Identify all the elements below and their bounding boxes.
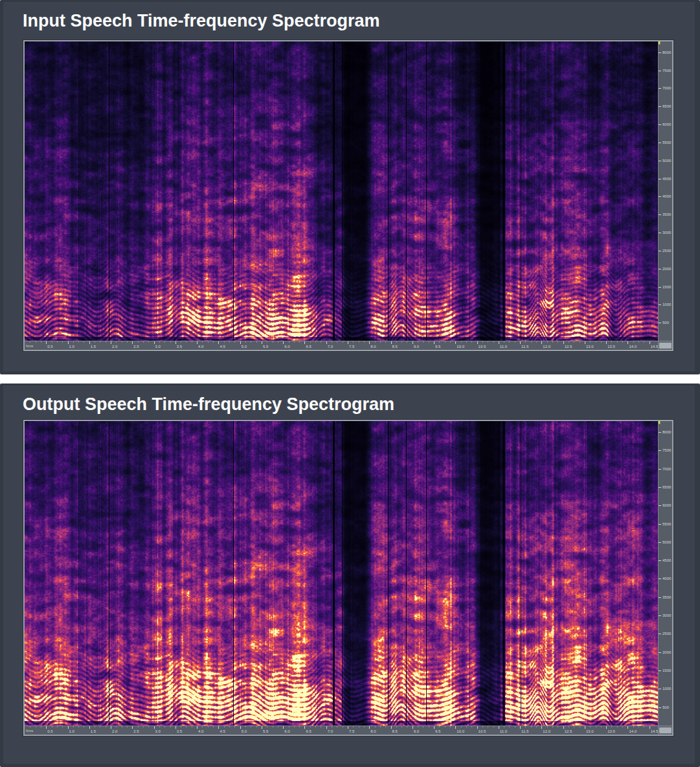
playhead-marker-icon[interactable] <box>658 41 660 45</box>
time-minor-tick <box>100 341 100 343</box>
time-minor-tick <box>106 341 106 343</box>
time-minor-tick <box>143 726 144 727</box>
time-minor-tick <box>52 341 52 343</box>
time-minor-tick <box>471 726 472 727</box>
freq-tick-label: 4500 <box>662 177 671 181</box>
time-tick-label: 10.0 <box>457 345 464 349</box>
time-tick-label: 5.0 <box>242 729 247 733</box>
time-tick-label: 8.0 <box>370 729 376 733</box>
freq-tick <box>659 52 661 53</box>
freq-tick <box>659 88 661 89</box>
time-minor-tick <box>127 341 128 343</box>
time-minor-tick <box>552 726 553 727</box>
time-minor-tick <box>509 726 510 727</box>
time-minor-tick <box>310 726 311 727</box>
time-minor-tick <box>445 341 446 343</box>
time-minor-tick <box>267 726 267 727</box>
time-tick-label: 13.5 <box>607 729 615 733</box>
time-tick-label: 13.5 <box>607 345 615 349</box>
time-minor-tick <box>644 726 644 727</box>
time-minor-tick <box>493 341 494 343</box>
freq-tick-label: 4000 <box>662 577 671 580</box>
time-minor-tick <box>30 341 30 343</box>
time-minor-tick <box>596 341 596 343</box>
time-minor-tick <box>143 341 144 343</box>
time-tick-label: 1.5 <box>91 345 96 349</box>
time-minor-tick <box>418 341 418 343</box>
time-minor-tick <box>159 341 160 343</box>
time-minor-tick <box>170 341 171 343</box>
time-minor-tick <box>488 341 488 343</box>
time-minor-tick <box>385 726 386 727</box>
time-minor-tick <box>525 341 526 343</box>
output-frequency-ruler[interactable]: 8000750070006500600055005000450040003500… <box>658 421 672 726</box>
time-minor-tick <box>439 341 440 343</box>
time-tick-label: 12.0 <box>543 729 550 733</box>
freq-tick <box>659 323 661 323</box>
time-tick <box>175 341 176 344</box>
time-minor-tick <box>375 726 376 727</box>
freq-tick <box>659 615 661 616</box>
input-spectrogram-canvas[interactable] <box>25 41 658 341</box>
scrollbar-thumb[interactable] <box>659 727 672 733</box>
time-minor-tick <box>229 726 230 727</box>
freq-tick-label: 7000 <box>662 86 671 90</box>
time-minor-tick <box>213 726 214 727</box>
time-tick-label: 2.5 <box>133 345 139 349</box>
time-tick-label: 14.0 <box>629 729 637 733</box>
output-scrollbar-corner <box>658 726 672 735</box>
time-minor-tick <box>229 341 230 343</box>
time-minor-tick <box>601 341 602 343</box>
time-minor-tick <box>337 726 337 727</box>
time-tick <box>520 726 521 729</box>
time-minor-tick <box>617 726 618 727</box>
output-spectrogram-canvas[interactable] <box>25 421 658 726</box>
time-minor-tick <box>245 726 246 727</box>
time-tick <box>391 726 392 729</box>
time-minor-tick <box>531 726 532 727</box>
input-time-ruler[interactable]: hms 0.51.01.52.02.53.03.54.04.55.05.56.0… <box>25 341 658 350</box>
freq-tick-label: 500 <box>662 705 669 709</box>
time-tick <box>68 341 69 344</box>
time-minor-tick <box>36 341 36 343</box>
time-tick-label: 11.0 <box>500 345 507 349</box>
time-minor-tick <box>267 341 267 343</box>
time-tick-label: 7.0 <box>328 729 333 733</box>
output-time-ruler[interactable]: hms 0.51.01.52.02.53.03.54.04.55.05.56.0… <box>25 726 658 735</box>
time-tick-label: 8.5 <box>392 345 398 349</box>
freq-tick <box>659 214 661 215</box>
time-minor-tick <box>148 341 149 343</box>
freq-tick <box>659 505 661 506</box>
time-minor-tick <box>41 341 41 343</box>
time-minor-tick <box>294 726 295 727</box>
playhead-marker-icon[interactable] <box>658 421 660 424</box>
time-tick <box>262 341 262 344</box>
freq-tick <box>659 469 661 470</box>
time-tick <box>46 341 47 344</box>
time-tick <box>477 341 478 344</box>
time-minor-tick <box>62 341 63 343</box>
freq-tick-label: 7500 <box>662 69 671 73</box>
time-tick-label: 6.0 <box>284 345 289 349</box>
scrollbar-thumb[interactable] <box>659 343 672 349</box>
time-tick <box>520 341 521 344</box>
time-minor-tick <box>611 341 612 343</box>
time-minor-tick <box>547 341 548 343</box>
time-tick <box>434 341 435 344</box>
time-minor-tick <box>423 726 423 727</box>
freq-tick-label: 2000 <box>662 267 671 271</box>
time-tick <box>111 726 111 729</box>
time-minor-tick <box>251 341 251 343</box>
time-minor-tick <box>202 341 203 343</box>
freq-tick <box>659 304 661 305</box>
freq-tick-label: 3000 <box>662 231 671 235</box>
time-tick <box>283 341 284 344</box>
input-frequency-ruler[interactable]: 8000750070006500600055005000450040003500… <box>658 41 672 341</box>
time-tick <box>111 341 111 344</box>
freq-tick-label: 4500 <box>662 558 671 562</box>
time-minor-tick <box>116 341 117 343</box>
time-minor-tick <box>407 341 407 343</box>
time-minor-tick <box>186 726 186 727</box>
time-minor-tick <box>321 341 321 343</box>
time-tick <box>197 341 198 344</box>
